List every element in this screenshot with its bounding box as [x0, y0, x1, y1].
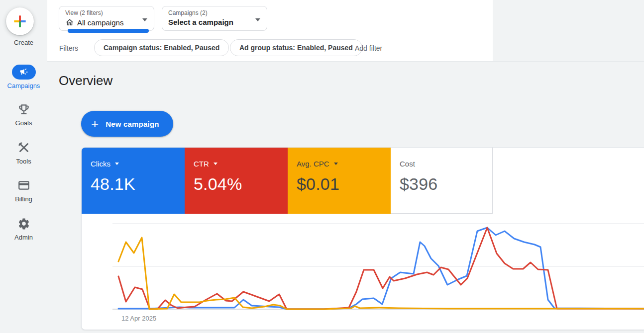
add-filter-button[interactable]: Add filter [355, 44, 382, 52]
sidebar-item-goals[interactable]: Goals [0, 102, 47, 127]
chevron-down-icon [115, 163, 119, 165]
scorecard-clicks[interactable]: Clicks 48.1K [82, 148, 185, 214]
new-campaign-label: New campaign [106, 120, 159, 128]
sidebar-item-label: Admin [0, 234, 47, 241]
sidebar-item-billing[interactable]: Billing [0, 178, 47, 203]
performance-chart[interactable]: 12 Apr 2025 [82, 214, 644, 330]
gear-icon [17, 217, 30, 230]
filter-chip-campaign-status[interactable]: Campaign status: Enabled, Paused [94, 39, 229, 56]
scorecard-value: 5.04% [194, 174, 288, 194]
view-selector[interactable]: View (2 filters) All campaigns [59, 6, 154, 31]
chevron-down-icon [334, 163, 338, 165]
chart-x-axis-start-label: 12 Apr 2025 [121, 315, 156, 322]
sidebar-item-label: Billing [0, 195, 47, 203]
top-bar-divider [47, 61, 644, 62]
chart-svg [82, 214, 644, 330]
scorecard-row: Clicks 48.1K CTR 5.04% Avg. CPC $0.01 Co… [82, 148, 644, 214]
scorecard-value: 48.1K [91, 174, 185, 194]
campaign-selector-value: Select a campaign [168, 18, 233, 26]
view-selector-value: All campaigns [77, 18, 123, 27]
scorecard-label: CTR [194, 160, 209, 168]
sidebar-item-tools[interactable]: Tools [0, 140, 47, 165]
chevron-down-icon [142, 18, 147, 21]
trophy-icon [17, 103, 30, 116]
scorecard-value: $396 [400, 174, 492, 194]
view-selector-active-indicator [68, 29, 149, 33]
create-button[interactable] [6, 7, 34, 35]
overview-card: Clicks 48.1K CTR 5.04% Avg. CPC $0.01 Co… [81, 147, 644, 330]
page-title: Overview [59, 73, 112, 88]
filters-label: Filters [59, 44, 78, 52]
tools-icon [17, 141, 30, 154]
sidebar-item-campaigns[interactable]: Campaigns [0, 65, 47, 89]
chevron-down-icon [214, 163, 217, 165]
campaign-selector[interactable]: Campaigns (2) Select a campaign [162, 6, 267, 31]
filter-chip-ad-group-status[interactable]: Ad group status: Enabled, Paused [230, 39, 362, 56]
create-button-label: Create [0, 39, 47, 46]
scorecard-avg-cpc[interactable]: Avg. CPC $0.01 [288, 148, 391, 214]
new-campaign-button[interactable]: + New campaign [81, 111, 173, 137]
scorecard-label: Clicks [91, 160, 110, 168]
view-selector-caption: View (2 filters) [65, 9, 148, 16]
google-plus-icon [13, 14, 27, 28]
sidebar: Create Campaigns Goals [0, 0, 47, 333]
billing-card-icon [17, 179, 30, 192]
scorecard-cost[interactable]: Cost $396 [391, 148, 493, 214]
scorecard-label: Cost [400, 160, 415, 168]
active-pill [12, 65, 36, 80]
sidebar-item-label: Campaigns [0, 82, 47, 89]
plus-icon: + [91, 117, 99, 130]
scorecard-label: Avg. CPC [297, 160, 329, 168]
sidebar-item-admin[interactable]: Admin [0, 216, 47, 241]
megaphone-icon [19, 68, 28, 77]
sidebar-item-label: Tools [0, 158, 47, 165]
campaign-selector-caption: Campaigns (2) [168, 9, 261, 16]
chevron-down-icon [255, 18, 260, 21]
sidebar-item-label: Goals [0, 119, 47, 127]
scorecard-ctr[interactable]: CTR 5.04% [185, 148, 288, 214]
home-icon [65, 18, 74, 27]
scorecard-value: $0.01 [297, 174, 391, 194]
